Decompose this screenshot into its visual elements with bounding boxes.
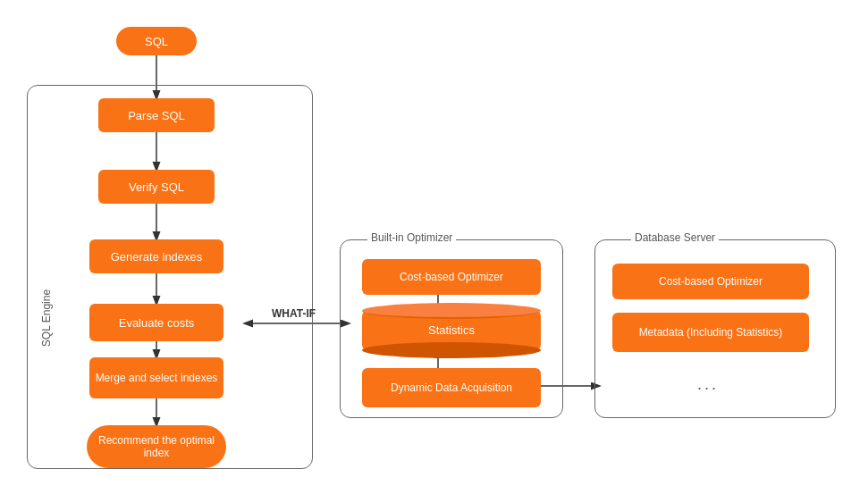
dots-label: ... (697, 375, 719, 394)
verify-sql-node: Verify SQL (98, 170, 215, 204)
generate-indexes-node: Generate indexes (89, 239, 223, 273)
dynamic-data-node: Dynamic Data Acquisition (362, 368, 541, 407)
statistics-node: Statistics (362, 311, 541, 350)
what-if-label: WHAT-IF (272, 307, 316, 320)
parse-sql-node: Parse SQL (98, 98, 215, 132)
sql-engine-container: SQL Engine (27, 85, 313, 469)
sql-node: SQL (116, 27, 197, 55)
database-server-label: Database Server (631, 231, 719, 244)
cost-based-optimizer-db: Cost-based Optimizer (612, 264, 809, 299)
recommend-node: Recommend the optimal index (87, 425, 226, 468)
builtin-optimizer-label: Built-in Optimizer (367, 231, 456, 244)
cost-based-optimizer-builtin: Cost-based Optimizer (362, 259, 541, 295)
merge-select-node: Merge and select indexes (89, 357, 223, 398)
sql-engine-label: SQL Engine (40, 286, 53, 350)
evaluate-costs-node: Evaluate costs (89, 304, 223, 341)
metadata-node: Metadata (Including Statistics) (612, 313, 809, 352)
diagram-container: SQL Engine Built-in Optimizer Database S… (0, 0, 868, 486)
